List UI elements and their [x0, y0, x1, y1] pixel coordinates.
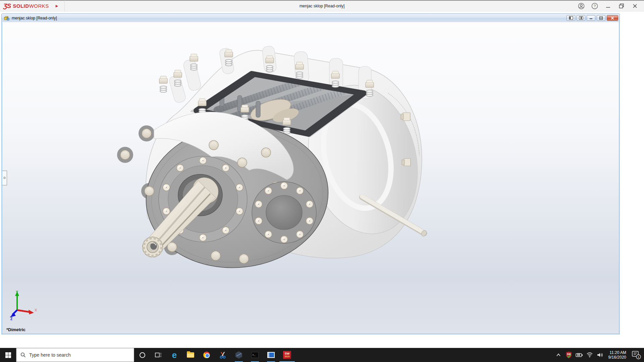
tray-wifi-icon[interactable] [586, 350, 594, 360]
triad-z-label: Z [10, 317, 12, 320]
command-prompt-icon: >_ [251, 352, 259, 358]
taskbar-item-cortana[interactable] [134, 348, 150, 362]
solidworks-mark-icon: ƷS [3, 2, 11, 10]
side-access-cover[interactable] [252, 182, 316, 243]
search-placeholder: Type here to search [29, 352, 71, 358]
tray-chevron-up-icon[interactable] [554, 350, 562, 360]
app-titlebar: ƷS SOLIDWORKS ▶ menjac sklop [Read-only]… [0, 0, 644, 11]
action-center-button[interactable]: 1 [631, 350, 642, 360]
orientation-triad: Y X Z [9, 289, 38, 320]
svg-text:1: 1 [638, 355, 639, 359]
tray-time: 11:20 AM [608, 350, 626, 355]
taskbar-search[interactable]: Type here to search [16, 348, 134, 362]
edge-icon: e [172, 351, 177, 359]
pane-left-button[interactable] [567, 15, 575, 21]
start-button[interactable] [0, 348, 16, 362]
task-view-icon [155, 352, 162, 358]
tray-clock[interactable]: 11:20 AM 9/16/2020 [606, 350, 628, 360]
doc-maximize-button[interactable] [597, 15, 605, 21]
assembly-document-icon [4, 15, 10, 21]
taskbar-item-task-view[interactable] [150, 348, 166, 362]
solidworks-2020-icon: SW 2020 [283, 351, 291, 359]
solidworks-wordmark: SOLIDWORKS [13, 3, 49, 9]
hexagon-app-icon [235, 351, 242, 359]
help-icon[interactable]: ? [590, 2, 600, 10]
taskbar-item-hexagon-app[interactable] [231, 348, 247, 362]
tray-volume-icon[interactable] [596, 350, 604, 360]
solidworks-logo[interactable]: ƷS SOLIDWORKS ▶ [0, 1, 65, 11]
app-title: menjac sklop [Read-only] [0, 4, 644, 8]
doc-close-button[interactable] [607, 15, 618, 21]
view-orientation-label: *Dimetric [6, 327, 25, 332]
minimize-icon[interactable] [603, 2, 613, 10]
cortana-icon [140, 352, 145, 358]
search-icon [20, 352, 26, 358]
taskbar-item-command-prompt[interactable]: >_ [247, 348, 263, 362]
windows-taskbar: Type here to search e >_ [0, 348, 644, 362]
graphics-viewport[interactable]: Y X Z *Dimetric [1, 22, 620, 335]
windows-logo-icon [5, 352, 11, 358]
chrome-icon [203, 352, 210, 358]
account-icon[interactable] [576, 2, 586, 10]
tray-date: 9/16/2020 [608, 355, 626, 360]
taskbar-item-solidworks[interactable]: SW 2020 [279, 348, 295, 362]
app-window: ƷS SOLIDWORKS ▶ menjac sklop [Read-only]… [0, 0, 644, 362]
3d-model-gearbox-assembly[interactable] [2, 22, 619, 334]
splined-shaft-end[interactable] [143, 237, 163, 257]
pane-tab-dot-icon [3, 177, 6, 179]
pane-right-button[interactable] [577, 15, 585, 21]
document-window: menjac sklop [Read-only] [1, 13, 620, 335]
taskbar-item-snipping-tool[interactable] [215, 348, 231, 362]
document-title: menjac sklop [Read-only] [12, 16, 57, 20]
titlebar-separator [64, 0, 65, 12]
file-explorer-icon [187, 352, 194, 358]
triad-y-label: Y [16, 290, 18, 294]
restore-icon[interactable] [616, 2, 627, 10]
doc-minimize-button[interactable] [587, 15, 595, 21]
taskbar-item-chrome[interactable] [199, 348, 215, 362]
document-titlebar[interactable]: menjac sklop [Read-only] [1, 13, 620, 22]
taskbar-item-file-explorer[interactable] [182, 348, 199, 362]
media-app-icon [267, 352, 275, 358]
shift-fork[interactable] [256, 101, 260, 117]
side-bolt[interactable] [401, 113, 410, 121]
feature-tree-pane-tab[interactable] [2, 171, 7, 185]
tray-power-icon[interactable] [575, 350, 583, 360]
taskbar-item-edge[interactable]: e [166, 348, 182, 362]
close-icon[interactable] [630, 2, 640, 10]
menu-expand-arrow-icon[interactable]: ▶ [56, 4, 58, 8]
notification-icon: 1 [631, 351, 641, 359]
taskbar-item-media-app[interactable] [263, 348, 279, 362]
triad-x-label: X [35, 308, 37, 312]
tray-solidworks-monitor-icon[interactable]: SW [565, 350, 573, 360]
svg-text:?: ? [594, 4, 596, 8]
snipping-tool-icon [219, 351, 226, 359]
